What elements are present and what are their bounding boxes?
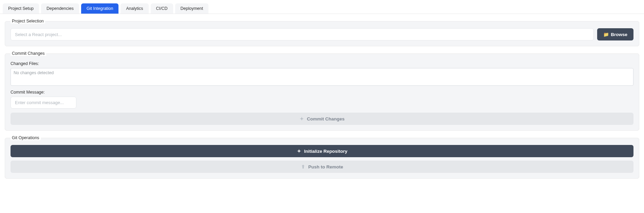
sparkle-icon: ✦ (297, 148, 301, 154)
push-to-remote-button[interactable]: ⬆ Push to Remote (11, 161, 633, 173)
tab-ci-cd[interactable]: CI/CD (151, 3, 173, 14)
changed-files-box[interactable]: No changes detected (11, 68, 633, 86)
commit-icon: ✦ (299, 116, 304, 121)
git-operations-legend: Git Operations (11, 135, 41, 140)
project-path-input[interactable] (11, 28, 594, 40)
git-operations-group: Git Operations ✦ Initialize Repository ⬆… (5, 135, 639, 179)
commit-changes-button[interactable]: ✦ Commit Changes (11, 113, 633, 125)
folder-icon: 📁 (603, 32, 608, 37)
project-selection-group: Project Selection 📁 Browse (5, 19, 639, 46)
push-to-remote-label: Push to Remote (308, 164, 343, 169)
browse-button-label: Browse (611, 32, 627, 37)
tabs-bar: Project Setup Dependencies Git Integrati… (0, 0, 644, 14)
commit-message-label: Commit Message: (11, 90, 633, 95)
tab-analytics[interactable]: Analytics (121, 3, 148, 14)
commit-changes-group: Commit Changes Changed Files: No changes… (5, 51, 639, 131)
browse-button[interactable]: 📁 Browse (597, 28, 633, 40)
initialize-repository-button[interactable]: ✦ Initialize Repository (11, 145, 633, 157)
tab-dependencies[interactable]: Dependencies (41, 3, 79, 14)
commit-changes-button-label: Commit Changes (307, 116, 345, 121)
commit-message-input[interactable] (11, 97, 76, 109)
changed-files-label: Changed Files: (11, 61, 633, 66)
tab-project-setup[interactable]: Project Setup (3, 3, 39, 14)
tab-deployment[interactable]: Deployment (175, 3, 209, 14)
upload-icon: ⬆ (301, 164, 306, 169)
tab-git-integration[interactable]: Git Integration (81, 3, 119, 14)
initialize-repository-label: Initialize Repository (304, 149, 348, 154)
tab-content: Project Selection 📁 Browse Commit Change… (0, 14, 644, 188)
project-selection-legend: Project Selection (11, 19, 45, 23)
commit-changes-legend: Commit Changes (11, 51, 46, 56)
